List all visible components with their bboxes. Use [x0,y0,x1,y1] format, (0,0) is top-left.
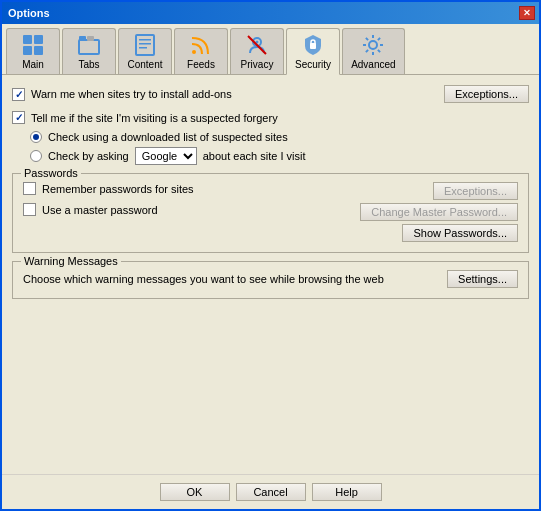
check-downloaded-label: Check using a downloaded list of suspect… [48,131,288,143]
remember-passwords-label: Remember passwords for sites [42,183,194,195]
google-select[interactable]: Google [135,147,197,165]
top-section: Warn me when sites try to install add-on… [12,85,529,165]
svg-rect-3 [34,46,43,55]
content-icon [133,33,157,57]
advanced-icon [361,33,385,57]
change-master-button[interactable]: Change Master Password... [360,203,518,221]
tab-tabs[interactable]: Tabs [62,28,116,74]
svg-rect-0 [23,35,32,44]
tab-main-label: Main [22,59,44,70]
warning-messages-group: Warning Messages Choose which warning me… [12,261,529,299]
help-button[interactable]: Help [312,483,382,501]
show-passwords-button[interactable]: Show Passwords... [402,224,518,242]
warning-messages-row: Choose which warning messages you want t… [23,270,518,288]
check-asking-row: Check by asking Google about each site I… [30,147,529,165]
svg-point-11 [192,50,196,54]
window-title: Options [8,7,50,19]
settings-button[interactable]: Settings... [447,270,518,288]
svg-rect-6 [87,36,94,41]
forgery-row: Tell me if the site I'm visiting is a su… [12,111,529,124]
tab-security[interactable]: Security [286,28,340,75]
remember-passwords-row: Remember passwords for sites [23,182,194,195]
warn-addons-row: Warn me when sites try to install add-on… [12,85,529,103]
feeds-icon [189,33,213,57]
tab-advanced[interactable]: Advanced [342,28,404,74]
forgery-options: Check using a downloaded list of suspect… [30,131,529,165]
tab-tabs-label: Tabs [78,59,99,70]
master-password-label: Use a master password [42,204,158,216]
tab-main[interactable]: Main [6,28,60,74]
warning-messages-text: Choose which warning messages you want t… [23,273,384,285]
master-password-row: Use a master password [23,203,194,216]
tab-privacy-label: Privacy [241,59,274,70]
title-bar-controls: ✕ [519,6,535,20]
master-password-checkbox[interactable] [23,203,36,216]
svg-rect-9 [139,43,151,45]
svg-rect-5 [79,36,86,41]
options-window: Options ✕ Main [0,0,541,511]
exceptions-passwords-button[interactable]: Exceptions... [433,182,518,200]
tab-advanced-label: Advanced [351,59,395,70]
forgery-checkbox[interactable] [12,111,25,124]
footer: OK Cancel Help [2,474,539,509]
svg-rect-4 [79,40,99,54]
exceptions-button[interactable]: Exceptions... [444,85,529,103]
forgery-label: Tell me if the site I'm visiting is a su… [31,112,278,124]
tabs-icon [77,33,101,57]
check-asking-label: Check by asking [48,150,129,162]
warn-addons-label: Warn me when sites try to install add-on… [31,88,232,100]
svg-rect-2 [23,46,32,55]
forgery-section: Tell me if the site I'm visiting is a su… [12,111,529,165]
main-icon [21,33,45,57]
tab-privacy[interactable]: Privacy [230,28,284,74]
tab-feeds-label: Feeds [187,59,215,70]
remember-passwords-checkbox[interactable] [23,182,36,195]
tab-content-label: Content [127,59,162,70]
tab-feeds[interactable]: Feeds [174,28,228,74]
warn-addons-checkbox[interactable] [12,88,25,101]
content-area: Warn me when sites try to install add-on… [2,74,539,474]
about-each-site-label: about each site I visit [203,150,306,162]
tab-security-label: Security [295,59,331,70]
tab-content[interactable]: Content [118,28,172,74]
passwords-group: Passwords Remember passwords for sites U… [12,173,529,253]
passwords-left: Remember passwords for sites Use a maste… [23,182,194,216]
svg-rect-8 [139,39,151,41]
check-asking-radio[interactable] [30,150,42,162]
check-downloaded-row: Check using a downloaded list of suspect… [30,131,529,143]
close-button[interactable]: ✕ [519,6,535,20]
cancel-button[interactable]: Cancel [236,483,306,501]
privacy-icon [245,33,269,57]
svg-rect-7 [136,35,154,55]
passwords-right: Exceptions... Change Master Password... … [360,182,518,242]
security-icon [301,33,325,57]
title-bar: Options ✕ [2,2,539,24]
passwords-inner: Remember passwords for sites Use a maste… [23,182,518,242]
tab-bar: Main Tabs Content [2,24,539,74]
svg-point-17 [369,41,377,49]
warning-messages-group-label: Warning Messages [21,255,121,267]
svg-rect-10 [139,47,147,49]
check-downloaded-radio[interactable] [30,131,42,143]
svg-rect-1 [34,35,43,44]
passwords-group-label: Passwords [21,167,81,179]
ok-button[interactable]: OK [160,483,230,501]
